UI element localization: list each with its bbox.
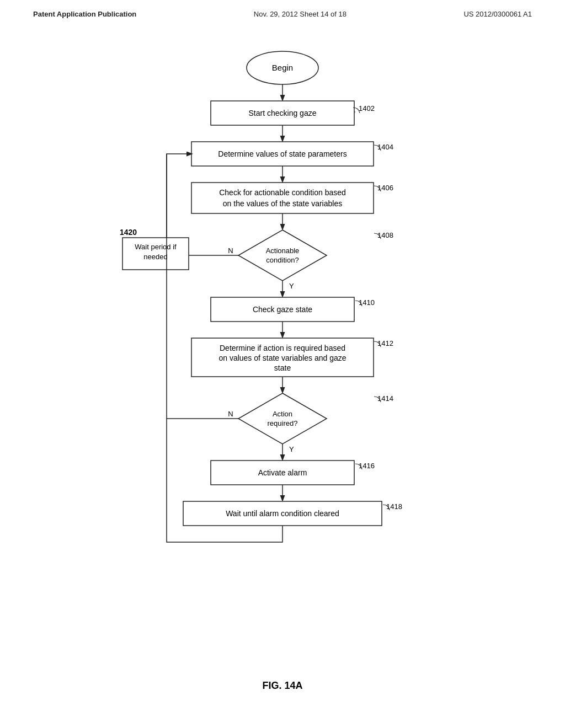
n1402-label: Start checking gaze <box>249 109 317 117</box>
header-left: Patent Application Publication <box>33 10 136 18</box>
label-N2: N <box>228 410 233 418</box>
n1414-label1: Action <box>273 410 292 418</box>
ref1420-label: 1420 <box>120 228 137 237</box>
n1412-label1: Determine if action is required based <box>220 344 345 352</box>
ref1410-label: 1410 <box>359 298 375 307</box>
n1414-label2: required? <box>268 419 298 427</box>
ref1418-label: 1418 <box>386 502 402 511</box>
n1412-label3: state <box>274 363 291 372</box>
n1418-label: Wait until alarm condition cleared <box>226 509 339 518</box>
flowchart-svg: Begin Start checking gaze 1402 Determine… <box>89 35 476 658</box>
n1404-label: Determine values of state parameters <box>218 149 347 158</box>
header-right: US 2012/0300061 A1 <box>463 10 532 18</box>
label-Y2: Y <box>289 445 294 453</box>
n1408-label1: Actionable <box>266 247 300 255</box>
ref1404-label: 1404 <box>377 143 393 151</box>
ref1416-label: 1416 <box>359 462 375 470</box>
n1416-label: Activate alarm <box>258 468 307 477</box>
label-Y1: Y <box>289 282 294 290</box>
label-N1: N <box>228 247 233 255</box>
ref1412-label: 1412 <box>377 339 393 347</box>
svg-marker-9 <box>238 230 327 281</box>
svg-marker-16 <box>238 393 327 444</box>
n1406-label2: on the values of the state variables <box>223 199 342 208</box>
svg-rect-7 <box>191 183 374 213</box>
ref1408-label: 1408 <box>377 231 393 239</box>
n1410-label: Check gaze state <box>253 305 312 314</box>
n1412-label2: on values of state variables and gaze <box>218 354 346 362</box>
ref1414-label: 1414 <box>377 394 393 403</box>
page-header: Patent Application Publication Nov. 29, … <box>0 0 565 24</box>
ref1406-label: 1406 <box>377 184 393 192</box>
n1406-label1: Check for actionable condition based <box>219 188 346 197</box>
header-center: Nov. 29, 2012 Sheet 14 of 18 <box>254 10 347 18</box>
diagram-area: Begin Start checking gaze 1402 Determine… <box>0 24 565 669</box>
begin-label: Begin <box>272 63 293 72</box>
n1420-label2: needed <box>143 253 167 261</box>
n1408-label2: condition? <box>266 256 299 264</box>
fig-label: FIG. 14A <box>0 680 565 692</box>
ref1402-label: 1402 <box>359 104 375 113</box>
n1420-label1: Wait period if <box>135 243 177 251</box>
